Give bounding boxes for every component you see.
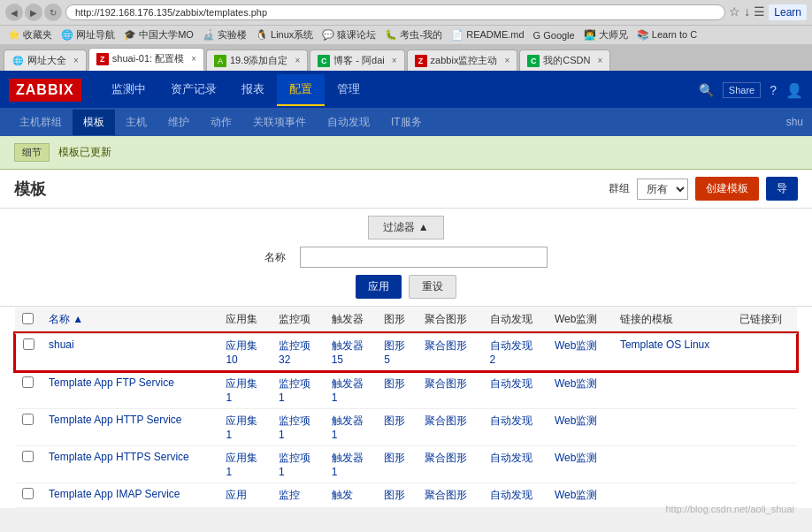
bookmark-google[interactable]: G Google: [531, 29, 578, 42]
appset-link[interactable]: 应用集10: [226, 339, 257, 366]
tab-0[interactable]: 🌐 网址大全 ×: [4, 49, 87, 71]
select-all-checkbox[interactable]: [22, 313, 34, 324]
webmon-link[interactable]: Web监测: [555, 452, 597, 464]
appset-link[interactable]: 应用集1: [226, 414, 257, 441]
tab-4[interactable]: Z zabbix监控主动 ×: [407, 49, 518, 71]
subnav-itservices[interactable]: IT服务: [380, 110, 433, 135]
back-button[interactable]: ◀: [5, 4, 23, 21]
row-checkbox-3[interactable]: [22, 451, 34, 462]
monitor-link[interactable]: 监控项1: [279, 377, 310, 404]
graph-link[interactable]: 图形5: [384, 339, 405, 366]
agggraph-link[interactable]: 聚合图形: [425, 489, 467, 501]
template-name-link[interactable]: Template App FTP Service: [49, 376, 174, 389]
agggraph-link[interactable]: 聚合图形: [425, 452, 467, 464]
download-icon[interactable]: ↓: [744, 4, 750, 20]
graph-link[interactable]: 图形: [384, 377, 405, 390]
trigger-link[interactable]: 触发器1: [332, 377, 364, 404]
agggraph-link[interactable]: 聚合图形: [425, 339, 467, 352]
agggraph-link[interactable]: 聚合图形: [425, 414, 467, 427]
tab-3[interactable]: C 博客 - 阿dai ×: [310, 49, 404, 71]
address-bar[interactable]: [65, 4, 725, 20]
autofind-link[interactable]: 自动发现: [490, 489, 532, 501]
subnav-autodiscovery[interactable]: 自动发现: [317, 110, 380, 135]
monitor-link[interactable]: 监控项32: [279, 339, 310, 366]
linked-template-link[interactable]: Template OS Linux: [620, 338, 709, 351]
autofind-link[interactable]: 自动发现: [490, 414, 532, 427]
nav-admin[interactable]: 管理: [325, 74, 372, 106]
webmon-link[interactable]: Web监测: [555, 489, 597, 501]
help-button[interactable]: ?: [770, 83, 777, 97]
nav-assets[interactable]: 资产记录: [158, 74, 229, 106]
bookmark-favorites[interactable]: ⭐ 收藏夹: [5, 27, 55, 42]
bookmark-exam[interactable]: 🐛 考虫-我的: [382, 27, 445, 42]
template-name-link[interactable]: shuai: [49, 338, 74, 351]
filter-toggle-button[interactable]: 过滤器 ▲: [368, 216, 443, 239]
bookmark-lab[interactable]: 🔬 实验楼: [200, 27, 249, 42]
nav-config[interactable]: 配置: [277, 74, 325, 106]
trigger-link[interactable]: 触发器1: [332, 414, 364, 441]
tab-2[interactable]: A 19.9添加自定 ×: [206, 49, 308, 71]
agggraph-link[interactable]: 聚合图形: [425, 377, 467, 390]
subnav-actions[interactable]: 动作: [200, 110, 242, 135]
trigger-link[interactable]: 触发器15: [332, 339, 364, 366]
row-checkbox-1[interactable]: [22, 376, 34, 388]
learn-label[interactable]: Learn: [769, 4, 807, 20]
bookmark-nav[interactable]: 🌐 网址导航: [58, 27, 118, 42]
alert-detail-button[interactable]: 细节: [14, 143, 50, 162]
subnav-hostgroups[interactable]: 主机群组: [9, 110, 73, 135]
row-checkbox-2[interactable]: [22, 414, 34, 425]
trigger-link[interactable]: 触发: [332, 489, 353, 501]
bookmark-readme[interactable]: 📄 README.md: [448, 28, 526, 42]
appset-link[interactable]: 应用: [226, 489, 247, 501]
monitor-link[interactable]: 监控: [279, 489, 300, 501]
autofind-link[interactable]: 自动发现: [490, 452, 532, 464]
subnav-hosts[interactable]: 主机: [115, 110, 157, 135]
tab-1[interactable]: Z shuai-01: 配置模 ×: [88, 48, 204, 71]
refresh-button[interactable]: ↻: [44, 4, 62, 21]
row-checkbox-4[interactable]: [22, 488, 34, 499]
star-icon[interactable]: ☆: [729, 4, 740, 20]
webmon-link[interactable]: Web监测: [555, 377, 597, 390]
webmon-link[interactable]: Web监测: [555, 339, 597, 352]
tab-close-5[interactable]: ×: [597, 56, 602, 65]
sort-name-link[interactable]: 名称 ▲: [49, 313, 83, 325]
appset-link[interactable]: 应用集1: [226, 452, 257, 478]
share-button[interactable]: Share: [723, 82, 761, 98]
forward-button[interactable]: ▶: [25, 4, 42, 21]
tab-close-1[interactable]: ×: [191, 54, 196, 64]
bookmark-forum[interactable]: 💬 猿课论坛: [319, 27, 379, 42]
apply-filter-button[interactable]: 应用: [356, 275, 402, 299]
bookmark-mooc[interactable]: 🎓 中国大学MO: [121, 27, 196, 42]
tab-5[interactable]: C 我的CSDN ×: [519, 49, 610, 71]
reset-filter-button[interactable]: 重设: [409, 275, 456, 299]
subnav-correlations[interactable]: 关联项事件: [242, 110, 317, 135]
bookmark-learn[interactable]: 📚 Learn to C: [634, 28, 700, 42]
subnav-maintenance[interactable]: 维护: [157, 110, 200, 135]
menu-icon[interactable]: ☰: [754, 4, 765, 20]
bookmark-master[interactable]: 👨‍💻 大师兄: [581, 27, 631, 42]
create-template-button[interactable]: 创建模板: [695, 177, 759, 201]
monitor-link[interactable]: 监控项1: [279, 414, 310, 441]
trigger-link[interactable]: 触发器1: [332, 452, 364, 478]
search-icon[interactable]: 🔍: [699, 83, 714, 97]
autofind-link[interactable]: 自动发现: [490, 377, 532, 390]
tab-close-2[interactable]: ×: [295, 56, 300, 65]
monitor-link[interactable]: 监控项1: [279, 452, 310, 478]
user-icon[interactable]: 👤: [785, 82, 803, 99]
webmon-link[interactable]: Web监测: [555, 414, 597, 427]
tab-close-0[interactable]: ×: [73, 56, 79, 65]
graph-link[interactable]: 图形: [384, 489, 405, 501]
appset-link[interactable]: 应用集1: [226, 377, 257, 404]
bookmark-linux[interactable]: 🐧 Linux系统: [253, 27, 316, 42]
tab-close-4[interactable]: ×: [504, 56, 509, 65]
graph-link[interactable]: 图形: [384, 452, 405, 464]
autofind-link[interactable]: 自动发现2: [490, 339, 532, 366]
graph-link[interactable]: 图形: [384, 414, 405, 427]
template-name-link[interactable]: Template App IMAP Service: [49, 488, 180, 500]
row-checkbox-0[interactable]: [23, 338, 34, 350]
template-name-link[interactable]: Template App HTTPS Service: [49, 451, 189, 463]
filter-name-input[interactable]: [300, 247, 548, 268]
template-name-link[interactable]: Template App HTTP Service: [49, 414, 182, 426]
nav-monitor[interactable]: 监测中: [99, 74, 158, 106]
group-select[interactable]: 所有: [637, 179, 688, 200]
